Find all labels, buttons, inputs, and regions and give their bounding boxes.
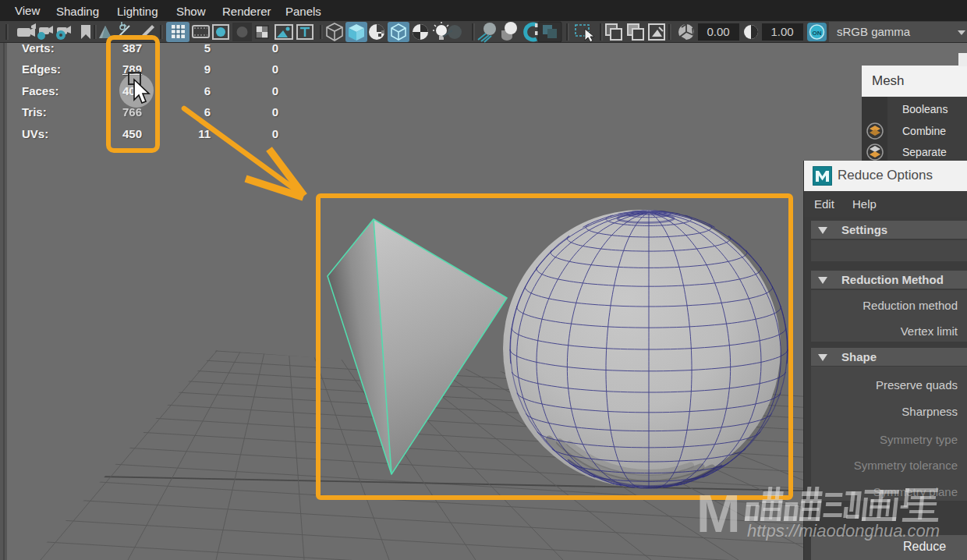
svg-text:https://miaodonghua.com: https://miaodonghua.com: [747, 521, 940, 541]
svg-text:0.00: 0.00: [707, 25, 729, 38]
svg-text:M: M: [696, 484, 741, 543]
svg-text:ON: ON: [813, 30, 822, 37]
svg-text:sRGB gamma: sRGB gamma: [837, 25, 911, 38]
svg-text:1.00: 1.00: [770, 25, 793, 38]
